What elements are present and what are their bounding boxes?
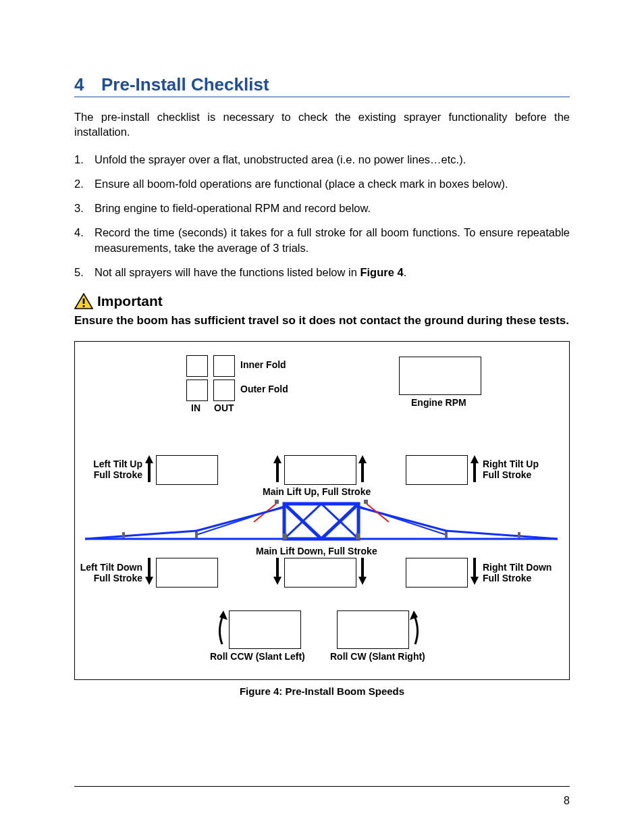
roll-cw-input[interactable] xyxy=(337,610,409,649)
svg-marker-37 xyxy=(471,558,479,585)
roll-cw-arrow-icon xyxy=(410,610,425,648)
svg-line-8 xyxy=(85,531,196,539)
svg-rect-33 xyxy=(364,500,368,504)
right-tilt-up-input[interactable] xyxy=(406,455,468,485)
svg-rect-14 xyxy=(284,504,358,539)
right-tilt-up-arrow-icon xyxy=(469,455,480,482)
page: 4 Pre-Install Checklist The pre-install … xyxy=(0,0,644,834)
step-5-figref: Figure 4 xyxy=(360,266,403,278)
roll-ccw-label: Roll CCW (Slant Left) xyxy=(210,651,305,662)
svg-rect-2 xyxy=(83,305,85,307)
svg-marker-5 xyxy=(273,455,281,482)
important-heading: Important xyxy=(74,293,570,309)
svg-marker-35 xyxy=(273,558,281,585)
roll-ccw-input[interactable] xyxy=(229,610,301,649)
step-4: Record the time (seconds) it takes for a… xyxy=(74,225,570,255)
svg-rect-31 xyxy=(518,532,520,538)
svg-marker-34 xyxy=(145,558,153,585)
warning-icon xyxy=(74,293,93,309)
svg-rect-26 xyxy=(122,532,125,538)
engine-rpm-label: Engine RPM xyxy=(411,397,466,408)
svg-line-13 xyxy=(196,505,288,535)
left-tilt-up-label: Left Tilt Up Full Stroke xyxy=(88,459,142,480)
section-heading: 4 Pre-Install Checklist xyxy=(74,74,570,97)
step-3: Bring engine to field-operational RPM an… xyxy=(74,201,570,215)
svg-line-24 xyxy=(446,531,558,539)
svg-line-22 xyxy=(367,504,389,522)
step-2: Ensure all boom-fold operations are func… xyxy=(74,176,570,191)
outer-fold-out-checkbox[interactable] xyxy=(213,380,235,401)
main-lift-up-input[interactable] xyxy=(284,455,356,485)
main-lift-up-arrow-right-icon xyxy=(357,455,368,482)
left-tilt-up-arrow-icon xyxy=(144,455,155,482)
svg-line-21 xyxy=(355,505,446,535)
important-text: Ensure the boom has sufficient travel so… xyxy=(74,313,570,329)
svg-marker-3 xyxy=(145,455,153,482)
left-tilt-down-input[interactable] xyxy=(156,558,218,588)
svg-marker-6 xyxy=(358,455,367,482)
in-label: IN xyxy=(191,402,200,413)
figure-caption: Figure 4: Pre-Install Boom Speeds xyxy=(74,685,570,697)
svg-rect-27 xyxy=(195,532,198,538)
svg-rect-30 xyxy=(445,532,448,538)
svg-rect-29 xyxy=(356,533,360,540)
important-label: Important xyxy=(97,293,163,309)
roll-ccw-arrow-icon xyxy=(213,610,227,648)
left-tilt-down-label: Left Tilt Down Full Stroke xyxy=(76,562,142,583)
roll-cw-label: Roll CW (Slant Right) xyxy=(330,651,425,662)
outer-fold-label: Outer Fold xyxy=(240,384,288,394)
engine-rpm-input[interactable] xyxy=(399,357,481,395)
left-tilt-down-arrow-icon xyxy=(144,558,155,585)
inner-fold-out-checkbox[interactable] xyxy=(213,355,235,377)
boom-diagram xyxy=(75,497,568,546)
footer-rule xyxy=(74,786,570,787)
left-tilt-up-input[interactable] xyxy=(156,455,218,485)
main-lift-up-label: Main Lift Up, Full Stroke xyxy=(263,486,371,497)
right-tilt-down-input[interactable] xyxy=(406,558,468,588)
svg-rect-32 xyxy=(275,500,279,504)
right-tilt-down-label: Right Tilt Down Full Stroke xyxy=(483,562,552,583)
step-5-prefix: Not all sprayers will have the functions… xyxy=(95,266,360,278)
main-lift-down-input[interactable] xyxy=(284,558,356,588)
outer-fold-in-checkbox[interactable] xyxy=(186,380,208,401)
out-label: OUT xyxy=(214,402,234,413)
svg-marker-39 xyxy=(410,610,418,620)
main-lift-up-arrow-left-icon xyxy=(272,455,283,482)
svg-marker-38 xyxy=(219,610,227,620)
section-title: Pre-Install Checklist xyxy=(101,74,269,95)
svg-marker-36 xyxy=(358,558,367,585)
right-tilt-up-label: Right Tilt Up Full Stroke xyxy=(483,459,539,480)
right-tilt-down-arrow-icon xyxy=(469,558,480,585)
inner-fold-in-checkbox[interactable] xyxy=(186,355,208,377)
section-number: 4 xyxy=(74,74,101,95)
intro-paragraph: The pre-install checklist is necessary t… xyxy=(74,109,570,140)
svg-rect-1 xyxy=(83,298,85,304)
main-lift-down-label: Main Lift Down, Full Stroke xyxy=(256,546,377,556)
checklist-steps: Unfold the sprayer over a flat, unobstru… xyxy=(74,152,570,280)
svg-rect-28 xyxy=(283,533,287,540)
main-lift-down-arrow-left-icon xyxy=(272,558,283,585)
step-5: Not all sprayers will have the functions… xyxy=(74,265,570,280)
step-5-suffix: . xyxy=(404,266,407,278)
main-lift-down-arrow-right-icon xyxy=(357,558,368,585)
svg-marker-4 xyxy=(471,455,479,482)
inner-fold-label: Inner Fold xyxy=(240,359,286,370)
step-1: Unfold the sprayer over a flat, unobstru… xyxy=(74,152,570,167)
page-number: 8 xyxy=(564,795,570,807)
figure-4: Inner Fold Outer Fold IN OUT Engine RPM … xyxy=(74,341,570,680)
